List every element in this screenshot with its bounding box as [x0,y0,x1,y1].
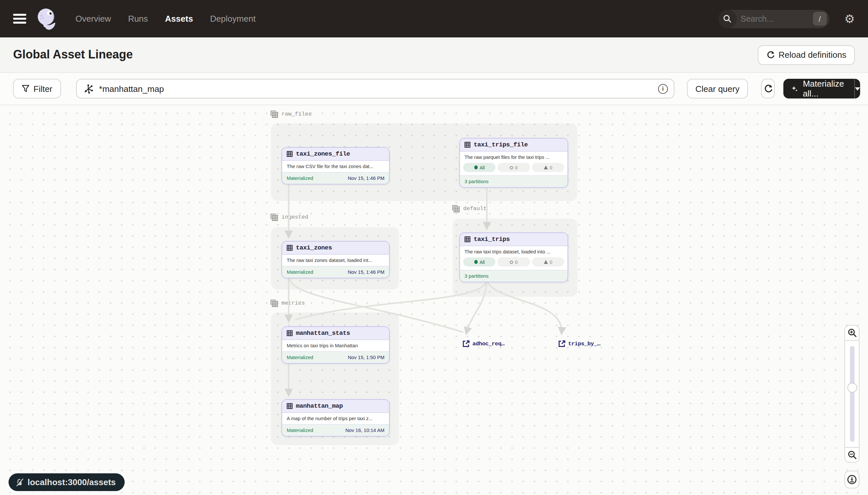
zoom-slider-thumb[interactable] [847,383,857,393]
table-icon [464,236,471,242]
asset-title: taxi_zones [296,244,332,252]
partition-health-row: All 0 0 [460,163,568,175]
table-icon [287,151,293,157]
asset-description: A map of the number of trips per taxi z.… [282,413,389,424]
asset-node-taxi-trips-file[interactable]: taxi_trips_file The raw parquet files fo… [459,138,568,188]
global-search[interactable]: / [719,10,829,28]
filter-button[interactable]: Filter [13,79,61,99]
partitions-missing-pill[interactable]: 0 [498,163,530,172]
dagster-app: Overview Runs Assets Deployment / ⚙ Glob… [0,0,868,495]
top-navbar: Overview Runs Assets Deployment / ⚙ [0,0,868,37]
triangle-icon [544,260,548,264]
materialization-timestamp: Nov 15, 1:50 PM [348,355,385,360]
status-badge: Materialized [287,269,313,275]
hollow-circle-icon [510,260,513,263]
external-link-icon [558,340,566,347]
asset-description: The raw CSV file for the taxi zones dat.… [282,161,389,172]
refresh-graph-button[interactable] [761,79,775,99]
zoom-out-button[interactable] [844,447,860,463]
materialization-timestamp: Nov 15, 1:46 PM [348,175,385,181]
asset-selection-input[interactable]: i [76,79,674,99]
download-icon [847,475,857,484]
search-icon [719,10,737,28]
asset-node-manhattan-stats[interactable]: manhattan_stats Metrics on taxi trips in… [281,326,390,364]
partitions-materialized-pill[interactable]: All [463,163,496,172]
materialize-options-dropdown[interactable] [854,79,860,99]
asset-node-taxi-zones-file[interactable]: taxi_zones_file The raw CSV file for the… [281,147,390,185]
table-icon [464,142,471,148]
filled-circle-icon [474,166,478,169]
table-icon [287,403,293,409]
asset-node-taxi-trips[interactable]: taxi_trips The raw taxi trips dataset, l… [459,233,568,282]
asset-description: The raw taxi zones dataset, loaded int..… [282,255,389,266]
asset-title: taxi_trips [474,236,510,243]
lineage-edges [0,106,868,495]
zoom-out-icon [847,450,856,460]
settings-gear-icon[interactable]: ⚙ [844,13,855,24]
search-input[interactable] [737,14,813,23]
reload-definitions-button[interactable]: Reload definitions [758,45,855,65]
materialize-all-button[interactable]: Materialize all... [784,79,854,99]
hamburger-menu-icon[interactable] [13,14,26,24]
page-header: Global Asset Lineage Reload definitions [0,37,868,73]
selection-info-icon[interactable]: i [658,84,668,93]
zoom-slider-track [850,346,854,442]
hollow-circle-icon [510,166,513,169]
op-selector-icon [83,84,93,93]
lineage-canvas[interactable]: raw_files ingested default metrics [0,106,868,495]
chevron-down-icon [855,87,860,90]
search-shortcut-badge: / [813,12,827,25]
page-title: Global Asset Lineage [13,48,133,62]
partition-count: 3 partitions [460,270,568,281]
edge-taxi-zones-to-adhoc [289,276,463,332]
zoom-in-icon [847,328,856,338]
materialization-timestamp: Nov 15, 1:46 PM [348,269,385,275]
clear-query-button[interactable]: Clear query [687,79,748,99]
nav-overview[interactable]: Overview [75,14,111,24]
asset-selection-value[interactable] [98,83,653,94]
zoom-controls [844,325,860,463]
nav-runs[interactable]: Runs [128,14,148,24]
asset-link-adhoc-request[interactable]: adhoc_req… [463,340,504,347]
status-badge: Materialized [287,427,313,433]
partition-count: 3 partitions [460,175,568,187]
refresh-icon [763,84,773,93]
download-image-button[interactable] [844,471,860,489]
asset-node-taxi-zones[interactable]: taxi_zones The raw taxi zones dataset, l… [281,241,390,278]
materialize-all-split-button: Materialize all... [784,79,860,99]
partitions-missing-pill[interactable]: 0 [498,257,530,267]
status-badge: Materialized [287,355,313,360]
primary-nav: Overview Runs Assets Deployment [75,14,255,24]
partition-health-row: All 0 0 [460,257,568,270]
materialization-timestamp: Nov 16, 10:14 AM [346,427,385,433]
dagster-logo[interactable] [36,7,60,31]
browser-url-indicator: localhost:3000/assets [8,473,125,491]
asset-description: Metrics on taxi trips in Manhattan [282,340,389,351]
table-icon [287,330,293,336]
edge-taxi-trips-to-adhoc [466,279,487,333]
filled-circle-icon [474,260,478,264]
nav-assets[interactable]: Assets [165,14,193,24]
nav-deployment[interactable]: Deployment [210,14,255,24]
sparkle-icon [792,84,798,93]
external-link-icon [463,340,470,347]
reload-icon [766,51,775,59]
asset-link-trips-by[interactable]: trips_by_… [558,340,600,347]
insecure-lock-icon [15,478,24,487]
zoom-in-button[interactable] [844,325,860,341]
asset-description: The raw taxi trips dataset, loaded into … [460,246,568,257]
triangle-icon [544,166,548,169]
partitions-failed-pill[interactable]: 0 [532,257,564,267]
table-icon [287,245,293,251]
asset-title: taxi_trips_file [474,141,528,148]
partitions-materialized-pill[interactable]: All [463,257,496,267]
asset-node-manhattan-map[interactable]: manhattan_map A map of the number of tri… [281,399,390,437]
lineage-toolbar: Filter i Clear query [0,73,868,105]
url-text: localhost:3000/assets [28,477,116,487]
edge-taxi-trips-to-trips-by [487,279,562,333]
partitions-failed-pill[interactable]: 0 [532,163,564,172]
asset-title: manhattan_map [296,403,343,410]
zoom-slider[interactable] [844,341,860,448]
filter-funnel-icon [22,85,30,92]
asset-description: The raw parquet files for the taxi trips… [460,152,568,163]
